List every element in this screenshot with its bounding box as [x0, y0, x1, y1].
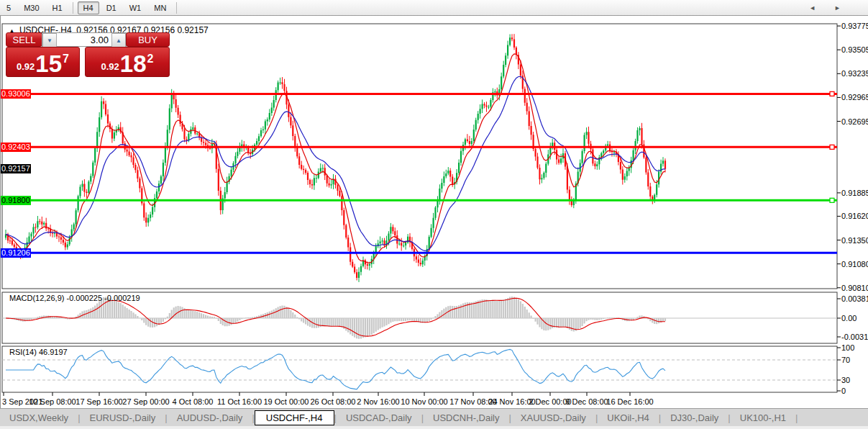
time-axis-label: 2 Nov 16:00: [357, 397, 399, 407]
buy-price-display[interactable]: 0.92 18 2: [85, 47, 170, 77]
tab-scroll-arrows[interactable]: ◄►: [809, 4, 859, 12]
chart-tab-audusd-daily[interactable]: AUDUSD-,Daily: [168, 410, 252, 425]
timeframe-button-d1[interactable]: D1: [101, 1, 122, 14]
price-badge: 0.93006: [0, 89, 31, 99]
macd-axis-label: 0.003811: [841, 294, 868, 304]
time-axis-label: 17 Sep 16:00: [76, 397, 122, 407]
price-axis-label: 0.93235: [841, 69, 868, 78]
terminal-window: 5M30H1H4D1W1MN 0.937750.935050.932350.92…: [0, 0, 868, 429]
rsi-axis-label: 0: [841, 387, 846, 396]
time-axis-label: 10 Sep 08:00: [29, 397, 76, 407]
price-badge: 0.92403: [0, 143, 31, 152]
timeframe-button-h1[interactable]: H1: [47, 1, 68, 14]
price-badge: 0.91206: [0, 248, 31, 258]
chart-tab-dj30-daily[interactable]: DJ30-,Daily: [661, 410, 728, 425]
timeframe-toolbar: 5M30H1H4D1W1MN: [0, 0, 868, 16]
status-strip: [0, 426, 868, 429]
tab-separator: |: [795, 412, 798, 423]
timeframe-button-mn[interactable]: MN: [148, 1, 172, 14]
chart-tab-xauusd-daily[interactable]: XAUUSD-,Daily: [511, 410, 595, 425]
chart-tab-usdx-weekly[interactable]: USDX,Weekly: [0, 410, 78, 425]
rsi-axis-label: 30: [841, 376, 850, 385]
time-axis-label: 10 Nov 00:00: [401, 397, 447, 407]
chart-tab-usdchf-h4[interactable]: USDCHF-,H4: [255, 410, 334, 425]
window-left-edge: [0, 16, 1, 408]
sell-button[interactable]: SELL: [6, 32, 42, 47]
timeframe-button-5[interactable]: 5: [1, 1, 17, 14]
macd-axis-label: -0.003115: [841, 333, 868, 342]
chart-tab-ukoil-h4[interactable]: UKOil-,H4: [598, 410, 659, 425]
price-axis-label: 0.92965: [841, 93, 868, 102]
timeframe-button-m30[interactable]: M30: [18, 1, 45, 14]
rsi-indicator-label: RSI(14) 46.9197: [9, 348, 68, 356]
price-axis-label: 0.93775: [841, 22, 868, 31]
time-axis-label: 9 Dec 08:00: [565, 397, 608, 407]
chart-tab-uk100-h1[interactable]: UK100-,H1: [731, 410, 795, 425]
timeframe-button-h4[interactable]: H4: [78, 1, 99, 14]
chart-tab-eurusd-daily[interactable]: EURUSD-,Daily: [81, 410, 165, 425]
sell-price-big: 15: [35, 53, 62, 75]
price-axis-label: 0.92695: [841, 117, 868, 127]
rsi-axis-label: 70: [841, 356, 850, 365]
price-axis-label: 0.91620: [841, 212, 868, 221]
chart-window: 0.937750.935050.932350.929650.926950.918…: [0, 16, 868, 408]
price-axis-label: 0.91885: [841, 189, 868, 198]
price-badge: 0.92157: [0, 164, 31, 173]
buy-price-pip: 2: [147, 53, 154, 66]
chart-tab-usdcnh-daily[interactable]: USDCNH-,Daily: [424, 410, 508, 425]
time-axis-label: 11 Oct 16:00: [217, 397, 262, 407]
toolbar-separator: [73, 2, 73, 14]
price-axis-label: 0.91080: [841, 260, 868, 269]
sell-price-prefix: 0.92: [17, 61, 35, 72]
price-axis-label: 0.93505: [841, 45, 868, 55]
timeframe-button-w1[interactable]: W1: [124, 1, 147, 14]
chart-tab-bar: USDX,Weekly|EURUSD-,Daily|AUDUSD-,Daily|…: [0, 408, 868, 427]
chart-tab-usdcad-daily[interactable]: USDCAD-,Daily: [337, 410, 421, 425]
price-axis-label: 0.90810: [841, 284, 868, 293]
time-axis-label: 19 Oct 00:00: [264, 397, 309, 407]
macd-indicator-label: MACD(12,26,9) -0.000225 -0.000219: [9, 294, 140, 302]
volume-decrease-button[interactable]: ▼: [42, 33, 57, 48]
toolbar-separator: [176, 2, 177, 14]
rsi-axis-label: 100: [841, 343, 854, 353]
sell-price-display[interactable]: 0.92 15 7: [6, 47, 80, 77]
buy-button[interactable]: BUY: [126, 32, 170, 47]
volume-increase-button[interactable]: ▲: [111, 33, 126, 48]
price-axis-label: 0.91350: [841, 236, 868, 245]
buy-price-prefix: 0.92: [101, 61, 119, 72]
price-badge: 0.91800: [0, 196, 31, 205]
time-axis-label: 16 Dec 16:00: [606, 397, 653, 407]
time-axis-label: 26 Oct 08:00: [311, 397, 356, 407]
volume-stepper: ▼ ▲: [42, 32, 127, 47]
sell-price-pip: 7: [63, 53, 69, 66]
macd-axis-label: 0.00: [841, 314, 856, 323]
time-axis-label: 27 Sep 00:00: [122, 397, 169, 407]
volume-input[interactable]: [57, 33, 111, 46]
buy-price-big: 18: [120, 53, 147, 75]
time-axis-label: 4 Oct 08:00: [173, 397, 214, 407]
